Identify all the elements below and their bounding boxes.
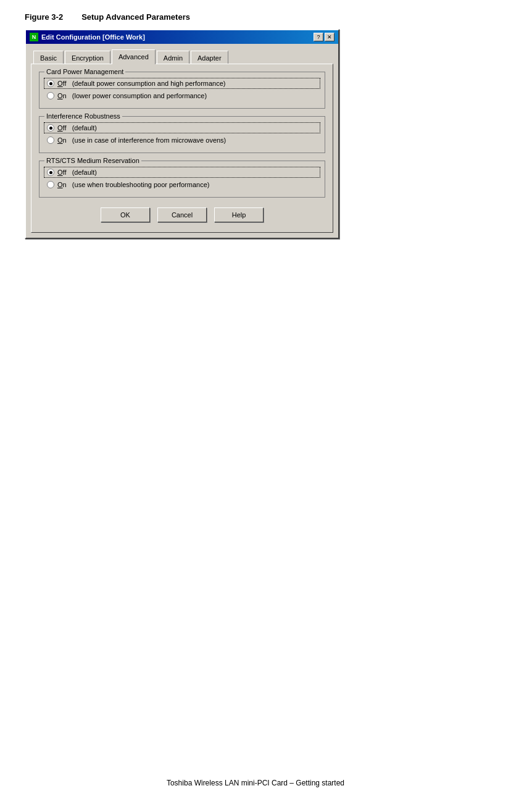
cpm-off-label: Off (default power consumption and high … bbox=[57, 80, 226, 87]
rts-off-dot bbox=[49, 171, 52, 174]
tab-adapter[interactable]: Adapter bbox=[191, 51, 228, 64]
rts-cts-group: RTS/CTS Medium Reservation Off (default)… bbox=[39, 161, 325, 198]
ir-on-label: On (use in case of interference from mic… bbox=[57, 136, 226, 144]
interference-robustness-label: Interference Robustness bbox=[44, 112, 122, 120]
cancel-button[interactable]: Cancel bbox=[157, 207, 207, 222]
tab-basic[interactable]: Basic bbox=[33, 51, 64, 64]
dialog-title: Edit Configuration [Office Work] bbox=[41, 33, 145, 41]
title-bar-left: N Edit Configuration [Office Work] bbox=[30, 33, 145, 41]
card-power-management-label: Card Power Management bbox=[44, 68, 125, 75]
cpm-off-radio[interactable] bbox=[47, 80, 54, 87]
close-title-button[interactable]: ✕ bbox=[325, 33, 334, 41]
help-title-button[interactable]: ? bbox=[314, 33, 323, 41]
rts-on-row[interactable]: On (use when troubleshooting poor perfor… bbox=[44, 180, 320, 190]
ir-off-row[interactable]: Off (default) bbox=[44, 123, 320, 133]
rts-on-radio[interactable] bbox=[47, 181, 54, 188]
card-power-management-options: Off (default power consumption and high … bbox=[44, 78, 320, 101]
ir-on-radio[interactable] bbox=[47, 136, 54, 144]
interference-robustness-group: Interference Robustness Off (default) On… bbox=[39, 116, 325, 153]
ok-button[interactable]: OK bbox=[101, 207, 150, 222]
rts-off-row[interactable]: Off (default) bbox=[44, 167, 320, 177]
dialog-window: N Edit Configuration [Office Work] ? ✕ B… bbox=[25, 29, 339, 239]
help-button[interactable]: Help bbox=[214, 207, 264, 222]
figure-title: Setup Advanced Parameters bbox=[81, 12, 190, 22]
rts-off-label: Off (default) bbox=[57, 169, 97, 176]
cpm-off-dot bbox=[49, 82, 52, 85]
tab-admin[interactable]: Admin bbox=[157, 51, 189, 64]
dialog-body: Basic Encryption Advanced Admin Adapter … bbox=[26, 44, 338, 238]
tab-content-area: Card Power Management Off (default power… bbox=[31, 64, 333, 233]
tabs-container: Basic Encryption Advanced Admin Adapter bbox=[31, 49, 333, 64]
rts-cts-options: Off (default) On (use when troubleshooti… bbox=[44, 167, 320, 190]
footer-text: Toshiba Wireless LAN mini-PCI Card – Get… bbox=[0, 766, 511, 800]
ir-on-row[interactable]: On (use in case of interference from mic… bbox=[44, 135, 320, 145]
dialog-buttons: OK Cancel Help bbox=[39, 205, 325, 225]
figure-label: Figure 3-2 Setup Advanced Parameters bbox=[25, 12, 486, 22]
ir-off-radio[interactable] bbox=[47, 124, 54, 132]
rts-cts-label: RTS/CTS Medium Reservation bbox=[44, 157, 141, 164]
card-power-management-group: Card Power Management Off (default power… bbox=[39, 72, 325, 109]
cpm-on-radio[interactable] bbox=[47, 92, 54, 99]
cpm-on-row[interactable]: On (lower power consumption and performa… bbox=[44, 91, 320, 101]
cpm-off-row[interactable]: Off (default power consumption and high … bbox=[44, 78, 320, 88]
page-wrapper: Figure 3-2 Setup Advanced Parameters N E… bbox=[0, 0, 511, 812]
title-bar: N Edit Configuration [Office Work] ? ✕ bbox=[26, 30, 338, 44]
rts-off-radio[interactable] bbox=[47, 169, 54, 176]
ir-off-label: Off (default) bbox=[57, 124, 97, 132]
rts-on-label: On (use when troubleshooting poor perfor… bbox=[57, 181, 209, 188]
figure-id: Figure 3-2 bbox=[25, 12, 63, 22]
app-icon: N bbox=[30, 33, 38, 41]
interference-robustness-options: Off (default) On (use in case of interfe… bbox=[44, 123, 320, 145]
cpm-on-label: On (lower power consumption and performa… bbox=[57, 92, 207, 99]
title-bar-buttons: ? ✕ bbox=[314, 33, 334, 41]
ir-off-dot bbox=[49, 127, 52, 130]
tab-advanced[interactable]: Advanced bbox=[112, 49, 156, 64]
tab-encryption[interactable]: Encryption bbox=[65, 51, 110, 64]
